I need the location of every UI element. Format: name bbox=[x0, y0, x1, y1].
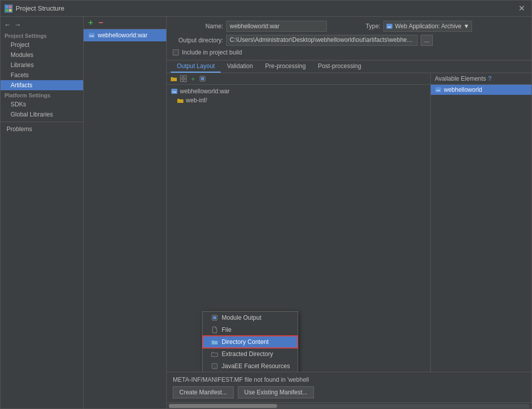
tab-post-processing[interactable]: Post-processing bbox=[312, 61, 367, 73]
svg-rect-1 bbox=[9, 6, 12, 8]
sidebar-item-libraries[interactable]: Libraries bbox=[1, 60, 83, 70]
window-title: Project Structure bbox=[16, 5, 515, 12]
add-artifact-button[interactable]: + bbox=[87, 19, 95, 27]
menu-item-extracted-dir-label: Extracted Directory bbox=[222, 350, 273, 358]
project-structure-window: Project Structure ✕ ← → Project Settings… bbox=[0, 0, 532, 409]
tab-pre-processing[interactable]: Pre-processing bbox=[259, 61, 312, 73]
svg-text:J: J bbox=[214, 365, 216, 368]
include-build-checkbox[interactable] bbox=[173, 49, 179, 55]
available-help-icon[interactable]: ? bbox=[488, 75, 492, 82]
directory-content-icon bbox=[211, 338, 219, 346]
artifact-name: webhelloworld:war bbox=[98, 32, 148, 39]
available-item-webhelloworld[interactable]: war webhelloworld bbox=[431, 85, 531, 95]
sidebar-item-global-libraries[interactable]: Global Libraries bbox=[1, 109, 83, 120]
tab-validation[interactable]: Validation bbox=[221, 61, 259, 73]
extracted-dir-icon bbox=[211, 350, 219, 358]
menu-item-module-output[interactable]: Module Output bbox=[203, 312, 298, 324]
bottom-area: META-INF/MANIFEST.MF file not found in '… bbox=[167, 372, 531, 402]
sidebar-item-facets[interactable]: Facets bbox=[1, 70, 83, 80]
details-panel: Name: Type: war Web Application: Archive… bbox=[167, 17, 531, 408]
sidebar-item-problems-label: Problems bbox=[7, 126, 32, 133]
svg-rect-10 bbox=[180, 79, 183, 82]
horizontal-scrollbar[interactable] bbox=[167, 402, 531, 408]
name-input[interactable] bbox=[226, 21, 327, 32]
tab-output-layout[interactable]: Output Layout bbox=[171, 61, 221, 73]
available-elements-title: Available Elements bbox=[435, 75, 486, 82]
sidebar-item-project[interactable]: Project bbox=[1, 40, 83, 50]
tree-toolbar: + bbox=[167, 73, 430, 85]
tree-war-label: webhelloworld:war bbox=[180, 88, 230, 95]
sidebar: ← → Project Settings Project Modules Lib… bbox=[1, 17, 84, 408]
svg-rect-11 bbox=[184, 79, 186, 82]
type-label: Type: bbox=[330, 23, 380, 30]
close-button[interactable]: ✕ bbox=[515, 3, 527, 15]
output-dir-row: Output directory: C:\Users\Administrator… bbox=[173, 35, 525, 46]
svg-rect-3 bbox=[9, 9, 12, 12]
menu-item-file[interactable]: File bbox=[203, 324, 298, 336]
title-bar: Project Structure ✕ bbox=[1, 1, 531, 17]
sidebar-item-modules[interactable]: Modules bbox=[1, 50, 83, 60]
include-build-row: Include in project build bbox=[173, 49, 525, 56]
tabs-bar: Output Layout Validation Pre-processing … bbox=[167, 61, 531, 73]
svg-rect-13 bbox=[201, 77, 204, 80]
tree-section: + bbox=[167, 73, 431, 372]
menu-item-extracted-directory[interactable]: Extracted Directory bbox=[203, 348, 298, 360]
right-panel: + − war webhelloworld:war bbox=[84, 17, 531, 408]
sidebar-toolbar: ← → bbox=[1, 19, 83, 31]
sidebar-item-global-libraries-label: Global Libraries bbox=[11, 111, 53, 118]
menu-item-directory-content[interactable]: Directory Content bbox=[203, 336, 298, 348]
artifact-toolbar: + − bbox=[84, 17, 166, 29]
tree-war-icon: war bbox=[171, 88, 178, 95]
svg-text:war: war bbox=[436, 89, 440, 92]
type-dropdown-arrow: ▼ bbox=[463, 23, 470, 30]
menu-item-directory-content-label: Directory Content bbox=[222, 338, 269, 345]
back-button[interactable]: ← bbox=[4, 21, 12, 29]
content-area: + − war webhelloworld:war bbox=[84, 17, 531, 408]
add-dropdown-menu: Module Output bbox=[202, 311, 298, 372]
output-dir-label: Output directory: bbox=[173, 37, 223, 44]
javaee-facet-icon: J bbox=[211, 362, 219, 370]
sidebar-item-facets-label: Facets bbox=[11, 72, 29, 79]
remove-artifact-button[interactable]: − bbox=[97, 19, 105, 27]
menu-item-javaee-facet-label: JavaEE Facet Resources bbox=[222, 363, 290, 370]
browse-button[interactable]: ... bbox=[421, 35, 433, 46]
tree-available-area: + bbox=[167, 73, 531, 372]
tree-webinf[interactable]: web-inf/ bbox=[167, 96, 430, 105]
create-manifest-button[interactable]: Create Manifest... bbox=[173, 386, 234, 398]
tree-grid-icon[interactable] bbox=[179, 75, 187, 83]
svg-text:war: war bbox=[387, 25, 391, 28]
available-item-label: webhelloworld bbox=[444, 86, 482, 93]
bottom-buttons: Create Manifest... Use Existing Manifest… bbox=[173, 386, 525, 398]
sidebar-item-artifacts[interactable]: Artifacts bbox=[1, 80, 83, 90]
tree-war-root[interactable]: war webhelloworld:war bbox=[167, 87, 430, 96]
sidebar-item-modules-label: Modules bbox=[11, 51, 33, 59]
svg-rect-17 bbox=[213, 316, 216, 319]
sidebar-item-sdks[interactable]: SDKs bbox=[1, 99, 83, 109]
scrollbar-track bbox=[169, 404, 529, 408]
use-existing-manifest-button[interactable]: Use Existing Manifest... bbox=[238, 386, 314, 398]
type-dropdown[interactable]: war Web Application: Archive ▼ bbox=[383, 21, 472, 32]
svg-rect-0 bbox=[6, 6, 8, 8]
artifact-war-icon: war bbox=[88, 31, 96, 39]
artifact-item-webhelloworld[interactable]: war webhelloworld:war bbox=[84, 29, 166, 41]
menu-item-javaee-facet[interactable]: J JavaEE Facet Resources bbox=[203, 360, 298, 372]
svg-rect-2 bbox=[6, 9, 8, 12]
sidebar-item-problems[interactable]: Problems bbox=[1, 124, 83, 134]
project-settings-label: Project Settings bbox=[1, 31, 83, 40]
tree-folder-icon[interactable] bbox=[170, 75, 178, 83]
sidebar-item-sdks-label: SDKs bbox=[11, 101, 26, 108]
tree-webinf-icon bbox=[177, 97, 184, 104]
artifact-list: + − war webhelloworld:war bbox=[84, 17, 167, 408]
sidebar-item-artifacts-label: Artifacts bbox=[11, 82, 32, 89]
scrollbar-thumb[interactable] bbox=[169, 404, 277, 408]
include-build-label: Include in project build bbox=[182, 49, 242, 56]
tree-add-icon[interactable]: + bbox=[189, 75, 197, 83]
tree-module-icon[interactable] bbox=[198, 75, 207, 83]
output-dir-value: C:\Users\Administrator\Desktop\webhellow… bbox=[226, 35, 418, 46]
details-header: Name: Type: war Web Application: Archive… bbox=[167, 17, 531, 61]
svg-rect-8 bbox=[180, 76, 183, 78]
available-elements-header: Available Elements ? bbox=[431, 73, 531, 85]
forward-button[interactable]: → bbox=[14, 21, 22, 29]
sidebar-item-libraries-label: Libraries bbox=[11, 62, 34, 69]
sidebar-item-project-label: Project bbox=[11, 41, 29, 48]
